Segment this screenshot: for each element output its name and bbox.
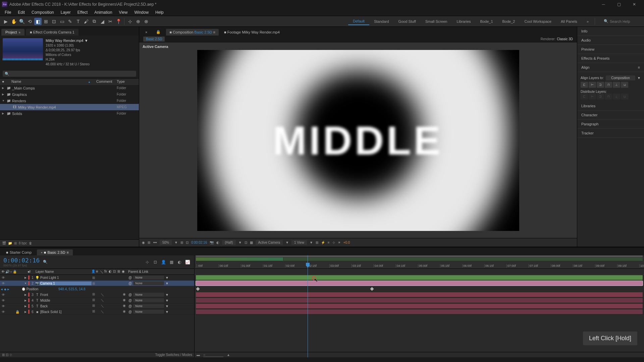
workspace-libraries[interactable]: Libraries (452, 18, 475, 25)
position-value[interactable]: 948.4, 515.5, 14.8 (58, 287, 86, 291)
help-search-input[interactable] (610, 19, 640, 23)
clone-tool-icon[interactable]: ⧉ (91, 18, 98, 25)
always-preview-icon[interactable]: ◉ (142, 241, 145, 244)
workspace-good-stuff[interactable]: Good Stuff (394, 18, 421, 25)
ruler-tick[interactable]: 03:00f (329, 264, 339, 267)
project-search-input[interactable] (3, 71, 136, 77)
ruler-tick[interactable]: 08:00f (551, 264, 560, 267)
solo-col-icon[interactable]: ○ (10, 270, 12, 274)
tab-effect-controls[interactable]: ■ Effect Controls Camera 1 (26, 29, 78, 36)
keyframe-track[interactable] (195, 286, 644, 292)
ruler-tick[interactable]: 08:15f (573, 264, 582, 267)
align-left-icon[interactable]: ⊏ (581, 82, 588, 88)
timecode-display[interactable]: 0:00:02:16 (191, 241, 207, 244)
twirl-icon[interactable]: ⊞ (2, 353, 5, 357)
ruler-tick[interactable]: 07:00f (506, 264, 516, 267)
timeline-tab-basic[interactable]: × ■ Basic 2.5D ≡ (37, 249, 73, 255)
transparency-icon[interactable]: ⊞ (148, 241, 150, 244)
delete-icon[interactable]: 🗑 (29, 241, 32, 245)
ruler-tick[interactable]: 05:15f (440, 264, 449, 267)
renderer-selector[interactable]: Renderer:Classic 3D (541, 37, 573, 41)
ruler-tick[interactable]: 05:00f (418, 264, 427, 267)
toggle-switches[interactable]: Toggle Switches / Modes (155, 353, 192, 357)
project-item[interactable]: ▶ SolidsFolder (0, 110, 139, 117)
parent-col[interactable]: Parent & Link (128, 270, 168, 274)
workspace-standard[interactable]: Standard (369, 18, 394, 25)
panel-tracker[interactable]: Tracker (577, 129, 644, 138)
zoom-out-icon[interactable]: ▬ (197, 353, 200, 357)
lock-col-icon[interactable]: 🔒 (13, 270, 17, 274)
track-bar[interactable] (195, 303, 644, 309)
interpret-icon[interactable]: 🎬 (2, 241, 6, 245)
grid-icon[interactable]: ⊞ (180, 241, 183, 244)
ruler-tick[interactable]: 06:15f (484, 264, 494, 267)
pickwhip-icon[interactable]: @ (128, 282, 132, 285)
video-col-icon[interactable]: 👁 (1, 270, 5, 274)
text-tool-icon[interactable]: T (74, 18, 82, 25)
align-bottom-icon[interactable]: ⊔ (621, 82, 628, 88)
project-item[interactable]: ▶ GraphicsFolder (0, 91, 139, 98)
project-item[interactable]: ▼ RendersFolder (0, 98, 139, 104)
track-bar[interactable] (195, 292, 644, 298)
align-top-icon[interactable]: ⊓ (605, 82, 612, 88)
align-vcenter-icon[interactable]: ⊥ (613, 82, 620, 88)
hide-shy-icon[interactable]: 👤 (160, 259, 167, 265)
graph-editor-icon[interactable]: 📈 (184, 259, 191, 265)
flowchart-icon[interactable]: ⊹ (332, 241, 335, 244)
camera-tool-icon[interactable]: ⊞ (42, 18, 50, 25)
label-col-icon[interactable]: ● (2, 79, 7, 83)
viewport[interactable]: MIDDLE (197, 50, 519, 231)
resolution-select[interactable]: (Half) (222, 240, 235, 245)
comp-tab-lock-icon[interactable]: 🔒 (153, 28, 164, 36)
panel-libraries[interactable]: Libraries (577, 102, 644, 111)
menu-edit[interactable]: Edit (14, 9, 28, 15)
timeline-tracks[interactable]: :00f00:15f01:00f01:15f02:00f02:15f03:00f… (195, 255, 644, 357)
panel-menu-icon[interactable]: ≡ (638, 65, 640, 69)
menu-file[interactable]: File (1, 9, 14, 15)
channel-icon[interactable]: ◐ (216, 241, 219, 244)
ruler-tick[interactable]: 03:15f (352, 264, 361, 267)
guides-icon[interactable]: ⊡ (186, 241, 189, 244)
axis-world-icon[interactable]: ⊕ (135, 18, 142, 25)
axis-local-icon[interactable]: ⊹ (126, 18, 134, 25)
help-search[interactable]: 🔍 (602, 18, 642, 24)
ruler-tick[interactable]: 02:15f (307, 264, 317, 267)
time-ruler[interactable]: :00f00:15f01:00f01:15f02:00f02:15f03:00f… (195, 255, 644, 269)
brush-tool-icon[interactable]: 🖌 (83, 18, 90, 25)
roi-icon[interactable]: ⊡ (245, 241, 247, 244)
pixel-aspect-icon[interactable]: ⊞ (316, 241, 318, 244)
layer-row[interactable]: 👁 ▶ 3T Front ⊞＼◉ @None▼ (0, 292, 194, 298)
tab-composition[interactable]: ■ Composition Basic 2.5D ≡ (166, 29, 219, 36)
new-comp-icon[interactable]: ⊞ (14, 241, 17, 245)
snapshot-icon[interactable]: 📷 (210, 241, 214, 244)
tab-project[interactable]: Project≡ (1, 29, 24, 36)
menu-effect[interactable]: Effect (74, 9, 91, 15)
ruler-tick[interactable]: 00:15f (219, 264, 228, 267)
pickwhip-icon[interactable]: @ (128, 293, 132, 297)
project-item[interactable]: ▶ _Main CompsFolder (0, 85, 139, 91)
ruler-tick[interactable]: 01:15f (263, 264, 272, 267)
maximize-button[interactable]: ▢ (611, 0, 627, 9)
mask-icon[interactable]: 👓 (153, 241, 157, 244)
layer-row[interactable]: 👁🔒 ▶ 6■ [Black Solid 1] ⊞＼◉ @None▼ (0, 309, 194, 315)
selection-tool-icon[interactable]: ▶ (2, 18, 9, 25)
eraser-tool-icon[interactable]: ◢ (99, 18, 106, 25)
workspace-all-panels[interactable]: All Panels (556, 18, 582, 25)
pan-behind-tool-icon[interactable]: ⊡ (50, 18, 58, 25)
draft-3d-icon[interactable]: ⊡ (152, 259, 159, 265)
menu-help[interactable]: Help (152, 9, 167, 15)
layer-row[interactable]: 👁 ▶ 1💡 Point Light 1 ⊞ @None▼ (0, 275, 194, 281)
type-col[interactable]: Type (117, 79, 137, 83)
bpc-toggle[interactable]: 8 bpc (19, 241, 27, 245)
workspace-overflow-icon[interactable]: » (582, 18, 593, 25)
shape-tool-icon[interactable]: ▭ (58, 18, 66, 25)
ruler-tick[interactable]: :00f (197, 264, 203, 267)
workspace-bode2[interactable]: Bode_2 (498, 18, 520, 25)
orbit-tool-icon[interactable]: ⟲ (26, 18, 34, 25)
panel-info[interactable]: Info (577, 27, 644, 36)
zoom-slider[interactable]: ○ (203, 353, 223, 357)
shy-col-icon[interactable]: 👤 (91, 269, 95, 274)
panel-preview[interactable]: Preview (577, 45, 644, 54)
pickwhip-icon[interactable]: @ (128, 310, 132, 314)
pen-tool-icon[interactable]: ✎ (66, 18, 74, 25)
